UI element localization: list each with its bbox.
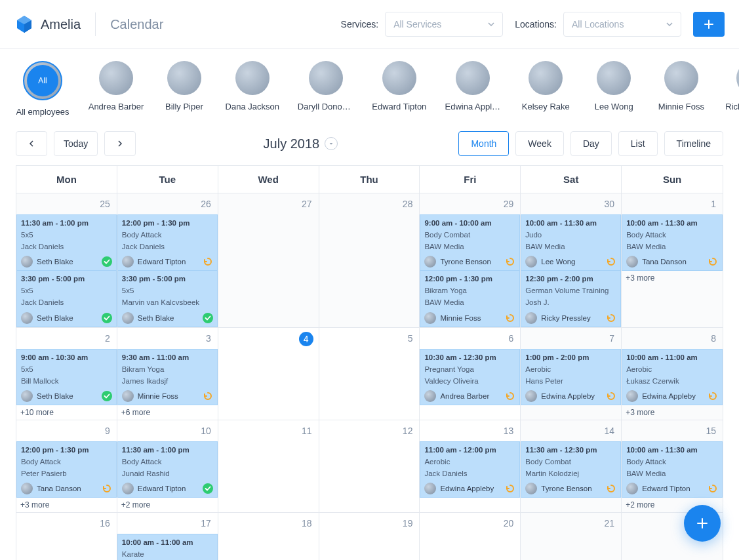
event-location: Marvin van Kalcvsbeek [122,297,213,308]
calendar-cell[interactable]: 20 [420,513,521,560]
today-button[interactable]: Today [54,131,98,156]
more-link[interactable]: +10 more [16,405,117,420]
employee-all[interactable]: AllAll employees [18,61,67,117]
employee-4[interactable]: Daryll Donov… [302,61,350,117]
more-link[interactable]: +3 more [622,271,723,285]
employee-9[interactable]: Minnie Foss [658,61,704,117]
calendar-event[interactable]: 12:00 pm - 1:30 pmBikram YogaBAW MediaMi… [420,271,520,327]
calendar-cell[interactable]: 11 [218,420,319,513]
calendar-cell[interactable]: 1011:30 am - 1:00 pmBody AttackJunaid Ra… [117,420,218,513]
calendar-cell[interactable]: 12 [319,420,420,513]
more-link[interactable]: +3 more [16,498,117,512]
calendar-cell[interactable]: 299:00 am - 10:00 amBody CombatBAW Media… [420,193,521,328]
calendar-cell[interactable]: 28 [319,193,420,328]
calendar-event[interactable]: 10:00 am - 11:00 amAerobicŁukasz Czerwik… [622,349,723,405]
view-month[interactable]: Month [458,131,509,156]
view-timeline[interactable]: Timeline [664,131,723,156]
employee-5[interactable]: Edward Tipton [375,61,424,117]
calendar-cell[interactable]: 39:30 am - 11:00 amBikram YogaJames Ikad… [117,328,218,420]
calendar-cell[interactable]: 71:00 pm - 2:00 pmAerobicHans PeterEdwin… [521,328,622,420]
employee-10[interactable]: Ricky Pressley [729,61,739,117]
calendar-event[interactable]: 10:00 am - 11:30 amBody AttackBAW MediaT… [622,214,723,271]
calendar-event[interactable]: 10:00 am - 11:30 amJudoBAW MediaLee Wong [521,214,621,271]
event-service: Body Combat [525,456,616,467]
event-service: 5x5 [21,230,112,240]
event-time: 10:00 am - 11:30 am [525,218,616,228]
event-attendee: Tyrone Benson [525,480,616,496]
calendar-event[interactable]: 9:30 am - 11:00 amBikram YogaJames Ikads… [117,349,218,405]
calendar-cell[interactable]: 810:00 am - 11:00 amAerobicŁukasz Czerwi… [622,328,723,420]
employee-3[interactable]: Dana Jackson [228,61,277,117]
pending-icon [606,483,616,494]
calendar-cell[interactable]: 2511:30 am - 1:00 pm5x5Jack DanielsSeth … [16,193,117,328]
calendar-event[interactable]: 10:00 am - 11:00 amKarateBob Smith [117,534,218,560]
calendar-event[interactable]: 12:30 pm - 2:00 pmGerman Volume Training… [521,271,621,327]
avatar [122,483,134,494]
event-attendee: Edward Tipton [626,480,718,496]
employee-8[interactable]: Lee Wong [595,61,633,117]
calendar-cell[interactable]: 21 [521,513,622,560]
calendar-cell[interactable]: 610:30 am - 12:30 pmPregnant YogaValdecy… [420,328,521,420]
calendar-event[interactable]: 11:30 am - 1:00 pmBody AttackJunaid Rash… [117,441,218,498]
day-number: 20 [504,518,514,529]
day-number: 2 [105,333,110,344]
calendar-event[interactable]: 10:00 am - 11:30 amBody AttackBAW MediaE… [622,441,723,498]
calendar-cell[interactable]: 29:00 am - 10:30 am5x5Bill MallockSeth B… [16,328,117,420]
more-link[interactable]: +3 more [622,405,723,420]
employee-1[interactable]: Andrea Barber [92,61,140,117]
calendar-cell[interactable]: 19 [319,513,420,560]
event-attendee: Lee Wong [525,253,616,269]
more-link[interactable]: +6 more [117,405,218,420]
calendar-event[interactable]: 3:30 pm - 5:00 pm5x5Marvin van Kalcvsbee… [117,271,218,327]
calendar-cell[interactable]: 1710:00 am - 11:00 amKarateBob Smith [117,513,218,560]
calendar-event[interactable]: 9:00 am - 10:00 amBody CombatBAW MediaTy… [420,214,520,271]
employee-6[interactable]: Edwina Appl… [449,61,497,117]
view-week[interactable]: Week [515,131,564,156]
more-link[interactable]: +2 more [117,498,218,512]
calendar-event[interactable]: 1:00 pm - 2:00 pmAerobicHans PeterEdwina… [521,349,621,405]
calendar-event[interactable]: 10:30 am - 12:30 pmPregnant YogaValdecy … [420,349,520,405]
calendar-event[interactable]: 11:00 am - 12:00 pmAerobicJack DanielsEd… [420,441,520,498]
calendar-cell[interactable]: 1510:00 am - 11:30 amBody AttackBAW Medi… [622,420,723,513]
event-time: 11:30 am - 12:30 pm [525,445,616,455]
employee-2[interactable]: Billy Piper [165,61,203,117]
calendar-cell[interactable]: 110:00 am - 11:30 amBody AttackBAW Media… [622,193,723,328]
locations-label: Locations: [515,19,557,30]
avatar [122,312,134,324]
calendar-cell[interactable]: 1311:00 am - 12:00 pmAerobicJack Daniels… [420,420,521,513]
services-select[interactable]: All Services [385,12,503,37]
day-number: 28 [403,199,413,209]
calendar-cell[interactable]: 2612:00 pm - 1:30 pmBody AttackJack Dani… [117,193,218,328]
prev-button[interactable] [16,131,47,156]
calendar-cell[interactable]: 16 [16,513,117,560]
calendar-event[interactable]: 11:30 am - 12:30 pmBody CombatMartin Kol… [521,441,621,498]
view-day[interactable]: Day [570,131,612,156]
calendar-cell[interactable]: 18 [218,513,319,560]
view-list[interactable]: List [618,131,658,156]
calendar-cell[interactable]: 5 [319,328,420,420]
employee-7[interactable]: Kelsey Rake [522,61,570,117]
logo[interactable]: Amelia [14,14,81,34]
calendar-cell[interactable]: 4 [218,328,319,420]
calendar-event[interactable]: 11:30 am - 1:00 pm5x5Jack DanielsSeth Bl… [16,214,117,271]
locations-select[interactable]: All Locations [563,12,681,37]
add-button[interactable] [693,12,725,37]
event-time: 9:30 am - 11:00 am [122,352,213,363]
calendar-event[interactable]: 12:00 pm - 1:30 pmBody AttackPeter Pasie… [16,441,117,498]
calendar-cell[interactable]: 1411:30 am - 12:30 pmBody CombatMartin K… [521,420,622,513]
calendar-event[interactable]: 12:00 pm - 1:30 pmBody AttackJack Daniel… [117,214,218,271]
calendar-cell[interactable]: 27 [218,193,319,328]
event-location: BAW Media [626,468,718,479]
page-title: Calendar [110,17,163,32]
calendar-cell[interactable]: 3010:00 am - 11:30 amJudoBAW MediaLee Wo… [521,193,622,328]
fab-add-button[interactable] [684,505,721,542]
event-location: Łukasz Czerwik [626,376,718,386]
event-time: 10:00 am - 11:30 am [626,445,718,455]
calendar-event[interactable]: 9:00 am - 10:30 am5x5Bill MallockSeth Bl… [16,349,117,405]
approved-icon [203,483,213,494]
period-dropdown[interactable] [325,137,338,150]
calendar-event[interactable]: 3:30 pm - 5:00 pm5x5Jack DanielsSeth Bla… [16,271,117,327]
day-number: 27 [302,199,312,209]
calendar-cell[interactable]: 912:00 pm - 1:30 pmBody AttackPeter Pasi… [16,420,117,513]
next-button[interactable] [104,131,136,156]
